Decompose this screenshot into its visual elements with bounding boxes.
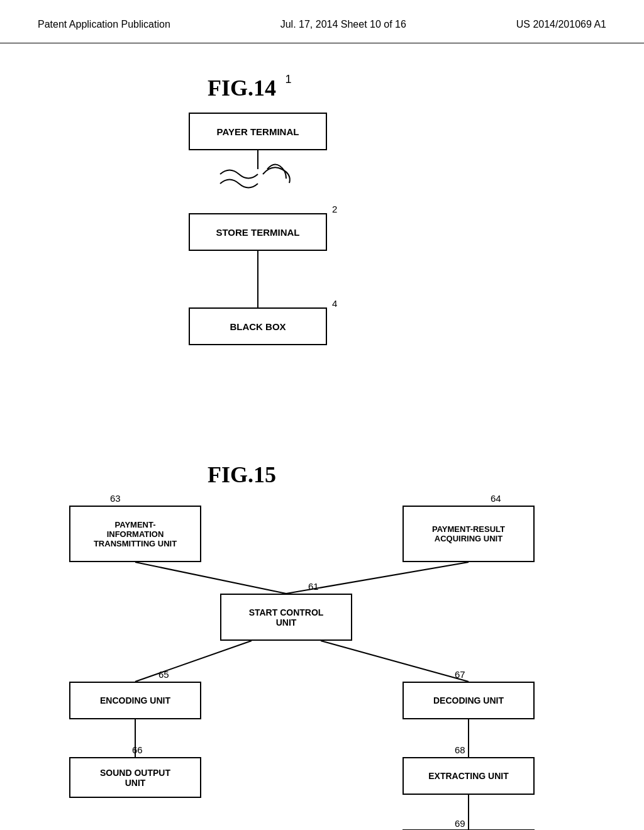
page-header: Patent Application Publication Jul. 17, … [0,0,644,43]
ref69-label: 69 [455,818,465,829]
sound-output-box: SOUND OUTPUT UNIT [69,757,201,798]
payment-result-box: PAYMENT-RESULT ACQUIRING UNIT [402,506,535,562]
header-left: Patent Application Publication [38,19,170,30]
ref61-label: 61 [308,581,319,592]
payer-terminal-box: PAYER TERMINAL [189,113,327,150]
header-center: Jul. 17, 2014 Sheet 10 of 16 [280,19,406,30]
fig15-title: FIG.15 [208,462,276,488]
svg-line-2 [135,562,286,594]
extracting-box: EXTRACTING UNIT [402,757,535,795]
fig15-diagram: FIG.15 63 64 PAYMENT- INFORMATION TRANSM… [38,458,606,830]
svg-line-4 [135,641,252,682]
ref65-label: 65 [158,669,169,680]
ref64-label: 64 [491,493,501,504]
page-content: FIG.14 1 PAYER TERMINAL STORE TERMINAL 2… [0,43,644,830]
ref66-label: 66 [132,744,143,755]
store-terminal-box: STORE TERMINAL [189,213,327,251]
ref4-label: 4 [332,298,337,309]
header-right: US 2014/201069 A1 [516,19,606,30]
blackbox-box: BLACK BOX [189,307,327,345]
decoding-box: DECODING UNIT [402,682,535,719]
encoding-box: ENCODING UNIT [69,682,201,719]
fig14-title: FIG.14 1 [208,75,285,101]
payment-info-box: PAYMENT- INFORMATION TRANSMITTING UNIT [69,506,201,562]
fig14-diagram: FIG.14 1 PAYER TERMINAL STORE TERMINAL 2… [38,69,606,421]
start-control-box: START CONTROL UNIT [220,594,352,641]
ref63-label: 63 [110,493,121,504]
ref2-label: 2 [332,204,337,214]
ref68-label: 68 [455,744,465,755]
svg-line-5 [321,641,469,682]
ref67-label: 67 [455,669,465,680]
